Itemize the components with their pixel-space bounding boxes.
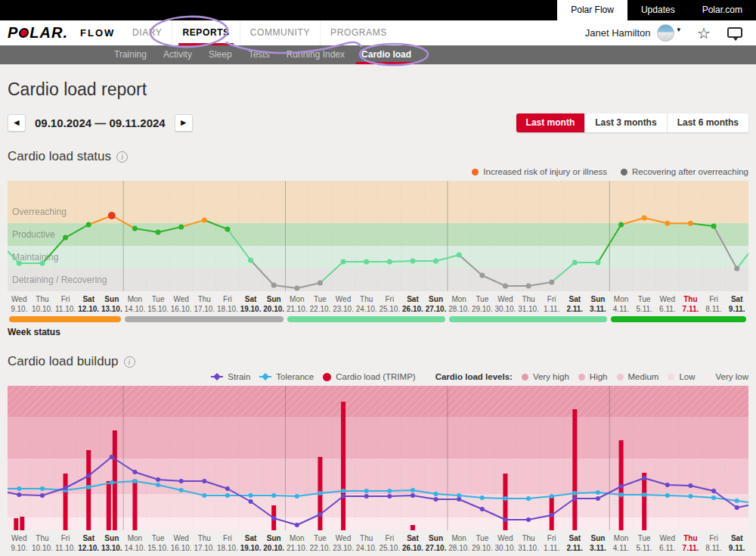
main-navigation: PLAR. FLOW DIARYREPORTSCOMMUNITYPROGRAMS… — [0, 20, 756, 45]
x-label-26-10-: Sat26.10. — [401, 533, 425, 553]
range-button-last-6-months[interactable]: Last 6 months — [667, 113, 748, 132]
cardio-load-buildup-chart[interactable] — [8, 386, 748, 530]
level-dot-icon — [617, 374, 624, 381]
x-label-22-10-: Tue22.10. — [308, 533, 332, 553]
prev-period-button[interactable]: ◄ — [8, 114, 26, 132]
x-label-19-10-: Sat19.10. — [239, 294, 262, 314]
polar-logo-o-icon — [18, 28, 29, 38]
buildup-legend: StrainToleranceCardio load (TRIMP)Cardio… — [8, 371, 748, 383]
x-label-6-11-: Wed6.11. — [656, 294, 680, 314]
x-label-18-10-: Fri18.10. — [216, 533, 240, 553]
x-label-9-11-: Sat9.11. — [725, 533, 748, 553]
svg-text:Productive: Productive — [12, 229, 55, 240]
range-button-last-3-months[interactable]: Last 3 months — [584, 113, 666, 132]
x-label-15-10-: Tue15.10. — [147, 294, 170, 314]
subnav-item-training[interactable]: Training — [106, 45, 155, 64]
nav-item-reports[interactable]: REPORTS — [172, 20, 239, 45]
x-label-19-10-: Sat19.10. — [239, 533, 262, 553]
x-label-14-10-: Mon14.10. — [123, 294, 147, 314]
legend-level-very-high: Very high — [522, 372, 569, 381]
x-label-10-10-: Thu10.10. — [31, 294, 54, 314]
week-status-bars — [8, 316, 748, 322]
status-x-axis-labels: Wed9.10.Thu10.10.Fri11.10.Sat12.10.Sun13… — [8, 294, 748, 314]
x-label-4-11-: Mon4.11. — [609, 533, 633, 553]
page-title: Cardio load report — [8, 79, 748, 100]
topbar-tab-polar-com[interactable]: Polar.com — [689, 0, 756, 20]
logo-divider — [72, 27, 74, 39]
x-label-30-10-: Wed30.10. — [494, 533, 517, 553]
next-period-button[interactable]: ► — [175, 114, 193, 132]
x-label-3-11-: Sun3.11. — [587, 533, 610, 553]
x-label-16-10-: Wed16.10. — [169, 294, 193, 314]
cardio-load-status-chart-wrap: Detraining / RecoveringMaintainingProduc… — [8, 181, 748, 337]
subnav-item-activity[interactable]: Activity — [155, 45, 200, 64]
avatar[interactable] — [657, 24, 674, 42]
cardio-load-buildup-chart-wrap: Wed9.10.Thu10.10.Fri11.10.Sat12.10.Sun13… — [8, 386, 748, 553]
x-label-12-10-: Sat12.10. — [77, 533, 101, 553]
legend-label: Increased risk of injury or illness — [483, 167, 607, 176]
topbar-tab-updates[interactable]: Updates — [627, 0, 689, 20]
x-label-7-11-: Thu7.11. — [679, 533, 702, 553]
user-name[interactable]: Janet Hamilton — [585, 27, 651, 39]
topbar-tab-polar-flow[interactable]: Polar Flow — [557, 0, 627, 20]
buildup-info-icon[interactable]: i — [124, 356, 135, 368]
level-dot-icon — [705, 374, 711, 381]
tolerance-marker-icon — [259, 373, 271, 381]
subnav-item-cardio-load[interactable]: Cardio load — [353, 45, 420, 64]
x-label-14-10-: Mon14.10. — [123, 533, 147, 553]
x-label-13-10-: Sun13.10. — [101, 294, 124, 314]
feedback-chat-icon[interactable] — [727, 27, 742, 38]
x-label-17-10-: Thu17.10. — [193, 294, 216, 314]
svg-text:Detraining / Recovering: Detraining / Recovering — [12, 275, 107, 285]
page-content: Cardio load report ◄ 09.10.2024 — 09.11.… — [0, 79, 756, 553]
legend-label: Cardio load (TRIMP) — [336, 372, 415, 381]
legend-label: Strain — [228, 372, 250, 381]
range-button-last-month[interactable]: Last month — [516, 113, 585, 132]
x-label-23-10-: Wed23.10. — [332, 533, 355, 553]
x-label-22-10-: Tue22.10. — [308, 294, 332, 314]
cardio-load-status-chart[interactable]: Detraining / RecoveringMaintainingProduc… — [8, 181, 748, 291]
status-info-icon[interactable]: i — [116, 151, 128, 163]
x-label-5-11-: Tue5.11. — [633, 294, 656, 314]
user-area: Janet Hamilton ▾ ☆ — [585, 24, 747, 42]
x-label-17-10-: Thu17.10. — [193, 533, 216, 553]
x-label-2-11-: Sat2.11. — [563, 533, 587, 553]
x-label-11-10-: Fri11.10. — [54, 294, 77, 314]
status-section-head: Cardio load status i — [8, 149, 748, 164]
level-dot-icon — [578, 374, 585, 381]
x-label-29-10-: Tue29.10. — [471, 533, 494, 553]
legend-label: Very low — [716, 372, 748, 381]
week-status-label: Week status — [8, 327, 748, 337]
week-status-bar — [449, 316, 607, 322]
x-label-27-10-: Sun27.10. — [424, 294, 448, 314]
nav-item-community[interactable]: COMMUNITY — [240, 20, 320, 45]
nav-item-diary[interactable]: DIARY — [122, 20, 172, 45]
subnav-item-sleep[interactable]: Sleep — [200, 45, 240, 64]
x-label-31-10-: Thu31.10. — [517, 533, 541, 553]
x-label-11-10-: Fri11.10. — [54, 533, 77, 553]
legend-level-low: Low — [668, 372, 695, 381]
week-status-bar — [287, 316, 445, 322]
x-label-28-10-: Mon28.10. — [448, 294, 471, 314]
legend-level-medium: Medium — [617, 372, 659, 381]
x-label-25-10-: Fri25.10. — [378, 533, 401, 553]
nav-item-programs[interactable]: PROGRAMS — [320, 20, 397, 45]
status-legend: Increased risk of injury or illnessRecov… — [8, 166, 748, 178]
x-label-29-10-: Tue29.10. — [471, 294, 494, 314]
week-status-bar — [611, 316, 746, 322]
subnav-item-tests[interactable]: Tests — [240, 45, 278, 64]
status-section-title: Cardio load status — [8, 149, 111, 164]
x-label-26-10-: Sat26.10. — [401, 294, 425, 314]
buildup-x-axis-labels: Wed9.10.Thu10.10.Fri11.10.Sat12.10.Sun13… — [8, 533, 748, 553]
trimp-dot-icon — [323, 373, 331, 381]
user-menu-caret-icon[interactable]: ▾ — [677, 26, 681, 33]
x-label-30-10-: Wed30.10. — [494, 294, 517, 314]
x-label-4-11-: Mon4.11. — [609, 294, 633, 314]
favorites-star-icon[interactable]: ☆ — [697, 26, 711, 41]
date-range-row: ◄ 09.10.2024 — 09.11.2024 ► Last monthLa… — [8, 113, 748, 132]
x-label-7-11-: Thu7.11. — [679, 294, 702, 314]
x-label-9-10-: Wed9.10. — [8, 533, 31, 553]
polar-logo[interactable]: PLAR. FLOW — [8, 24, 113, 42]
legend-label: High — [590, 372, 608, 381]
subnav-item-running-index[interactable]: Running Index — [278, 45, 353, 64]
